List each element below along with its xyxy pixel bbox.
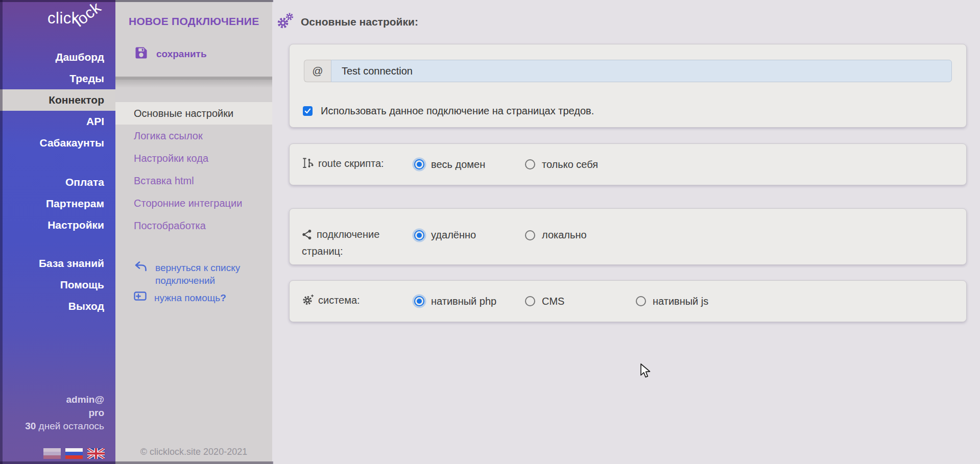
account-days-left: 30 дней осталось: [25, 420, 104, 433]
radio-label: локально: [542, 229, 587, 241]
row-label-text: система:: [318, 295, 360, 306]
sidebar-item-logout[interactable]: Выход: [0, 296, 115, 317]
language-switcher: [43, 448, 105, 459]
row-label-text: подключение страниц:: [302, 229, 379, 257]
radio-label: нативный js: [653, 296, 708, 307]
sidebar-item-subaccounts[interactable]: Сабакаунты: [0, 132, 115, 154]
save-icon: [134, 46, 148, 62]
menu-item-html-insert[interactable]: Вставка html: [115, 169, 272, 192]
menu-item-code-settings[interactable]: Настройки кода: [115, 147, 272, 169]
menu-item-link-logic[interactable]: Логика ссылок: [115, 125, 272, 147]
radio-icon[interactable]: [525, 230, 535, 240]
help-box-plus-icon: [134, 291, 147, 304]
sidebar-item-help[interactable]: Помощь: [0, 274, 115, 296]
radio-group-route: весь домен только себя: [414, 159, 598, 170]
account-email: admin@: [25, 393, 104, 406]
radio-icon[interactable]: [414, 296, 424, 306]
checkbox-label: Использовать данное подключение на стран…: [321, 105, 594, 117]
sidebar-item-payment[interactable]: Оплата: [0, 172, 115, 193]
radio-option-cms[interactable]: CMS: [525, 296, 636, 307]
radio-icon[interactable]: [414, 159, 424, 169]
undo-arrow-icon: [134, 261, 148, 287]
radio-label: удалённо: [431, 229, 476, 241]
save-button-label: сохранить: [156, 48, 207, 60]
panel-divider: [115, 77, 272, 80]
radio-icon[interactable]: [525, 296, 535, 306]
radio-group-system: нативный php CMS нативный js: [414, 296, 708, 307]
copyright-footer: © clicklock.site 2020-2021: [115, 447, 272, 457]
flag-ru-icon[interactable]: [65, 448, 83, 459]
back-link-label: вернуться к списку подключений: [155, 261, 247, 287]
sidebar-item-api[interactable]: API: [0, 111, 115, 132]
radio-icon[interactable]: [414, 230, 424, 240]
account-days-number: 30: [25, 421, 36, 431]
sidebar-item-knowledge-base[interactable]: База знаний: [0, 253, 115, 274]
save-button[interactable]: сохранить: [134, 46, 207, 62]
back-to-connections-link[interactable]: вернуться к списку подключений: [134, 261, 247, 287]
sidebar-item-partners[interactable]: Партнерам: [0, 193, 115, 214]
sidebar-item-dashboard[interactable]: Дашборд: [0, 46, 115, 68]
connection-name-card: @ Использовать данное подключение на стр…: [289, 44, 967, 128]
account-days-text: дней осталось: [36, 421, 104, 431]
share-icon: [302, 229, 313, 244]
main-content: Основные настройки: @ Использовать данно…: [272, 0, 980, 464]
need-help-link[interactable]: нужна помощь?: [134, 291, 226, 304]
account-info: admin@ pro 30 дней осталось: [25, 393, 104, 433]
script-route-card: route скрипта: весь домен только себя: [289, 143, 967, 185]
sidebar-nav: Дашборд Треды Коннектор API Сабакаунты О…: [0, 46, 115, 317]
video-edge-artifact: [0, 461, 273, 464]
sidebar-item-threads[interactable]: Треды: [0, 68, 115, 89]
video-edge-artifact: [0, 0, 273, 2]
use-on-threads-row[interactable]: Использовать данное подключение на стран…: [303, 105, 966, 117]
at-sign-addon: @: [304, 60, 331, 82]
pages-connection-card: подключение страниц: удалённо локально: [289, 208, 967, 265]
radio-icon[interactable]: [525, 159, 535, 169]
connection-settings-menu: Основные настройки Логика ссылок Настрой…: [115, 102, 272, 237]
menu-item-integrations[interactable]: Сторонние интеграции: [115, 192, 272, 214]
row-label: подключение страниц:: [302, 227, 414, 259]
sidebar-item-settings[interactable]: Настройки: [0, 214, 115, 236]
sidebar-item-connector[interactable]: Коннектор: [0, 89, 115, 111]
radio-group-pages: удалённо локально: [414, 229, 587, 241]
gear-icon: [302, 294, 314, 310]
page-title: Основные настройки:: [301, 16, 418, 28]
radio-option-local[interactable]: локально: [525, 229, 587, 241]
radio-label: нативный php: [431, 296, 496, 307]
radio-label: CMS: [542, 296, 564, 307]
flag-ru-inactive-icon[interactable]: [43, 448, 61, 459]
help-link-label: нужна помощь?: [154, 292, 226, 304]
account-plan: pro: [25, 406, 104, 420]
main-header: Основные настройки:: [276, 12, 418, 32]
system-card: система: нативный php CMS нативный js: [289, 280, 967, 322]
video-edge-artifact: [0, 0, 3, 464]
row-label: система:: [302, 293, 414, 310]
gears-icon: [276, 12, 294, 32]
radio-option-native-php[interactable]: нативный php: [414, 296, 525, 307]
sidebar: click lock Дашборд Треды Коннектор API С…: [0, 0, 115, 464]
connector-panel: НОВОЕ ПОДКЛЮЧЕНИЕ сохранить Основные нас…: [115, 0, 272, 464]
help-link-question-mark: ?: [220, 292, 226, 303]
radio-option-native-js[interactable]: нативный js: [636, 296, 708, 307]
radio-option-whole-domain[interactable]: весь домен: [414, 159, 525, 170]
checkbox-icon[interactable]: [303, 106, 313, 116]
radio-option-only-self[interactable]: только себя: [525, 159, 598, 170]
radio-label: только себя: [542, 159, 598, 170]
radio-option-remote[interactable]: удалённо: [414, 229, 525, 241]
connection-name-input[interactable]: [331, 60, 952, 82]
help-link-text: нужна помощь: [154, 292, 220, 303]
row-label-text: route скрипта:: [318, 158, 384, 169]
radio-label: весь домен: [431, 159, 485, 170]
flag-uk-icon[interactable]: [87, 448, 105, 459]
connection-name-group: @: [304, 60, 952, 82]
radio-icon[interactable]: [636, 296, 646, 306]
brand-logo: click lock: [47, 9, 80, 28]
panel-title: НОВОЕ ПОДКЛЮЧЕНИЕ: [115, 0, 272, 28]
route-icon: [302, 157, 314, 173]
menu-item-postprocessing[interactable]: Постобработка: [115, 214, 272, 237]
row-label: route скрипта:: [302, 156, 414, 173]
menu-item-general-settings[interactable]: Основные настройки: [115, 102, 272, 125]
